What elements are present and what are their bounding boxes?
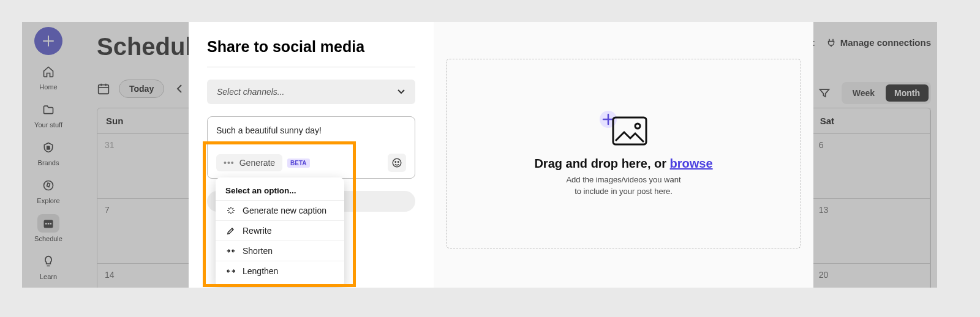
svg-point-9 [398,162,399,163]
caption-text[interactable]: Such a beautiful sunny day! [216,125,406,150]
dropdown-title: Select an option... [216,184,344,200]
select-channels-label: Select channels... [217,87,285,97]
svg-point-7 [393,158,401,167]
smile-icon [391,157,402,168]
media-dropzone[interactable]: Drag and drop here, or browse Add the im… [446,59,801,248]
shorten-icon [226,248,236,254]
svg-point-12 [635,124,640,129]
dropdown-rewrite[interactable]: Rewrite [216,220,344,241]
select-channels-dropdown[interactable]: Select channels... [207,80,415,104]
dropdown-item-label: Lengthen [243,266,278,276]
chevron-down-icon [397,89,405,95]
dropdown-item-label: Rewrite [243,226,271,236]
dropzone-subtitle: Add the images/videos you want to includ… [566,174,680,196]
dropzone-illustration [596,110,651,153]
sparkle-icon [226,206,236,215]
dropzone-title: Drag and drop here, or browse [534,157,712,171]
generate-button[interactable]: ••• Generate [216,154,282,171]
generate-label: Generate [239,158,275,168]
modal-title: Share to social media [207,38,415,56]
dropdown-item-label: Shorten [243,246,273,256]
dropdown-shorten[interactable]: Shorten [216,241,344,261]
generate-dropdown: Select an option... Generate new caption… [216,177,344,287]
rewrite-icon [226,226,236,236]
dropdown-lengthen[interactable]: Lengthen [216,261,344,281]
dropdown-generate-new[interactable]: Generate new caption [216,200,344,220]
dropdown-item-label: Generate new caption [243,206,326,215]
svg-point-8 [395,162,396,163]
ellipsis-icon: ••• [224,158,235,168]
caption-input-area[interactable]: Such a beautiful sunny day! ••• Generate… [207,116,415,179]
emoji-picker-button[interactable] [388,154,406,172]
beta-badge: BETA [287,158,309,168]
lengthen-icon [226,268,236,274]
browse-link[interactable]: browse [670,157,713,170]
